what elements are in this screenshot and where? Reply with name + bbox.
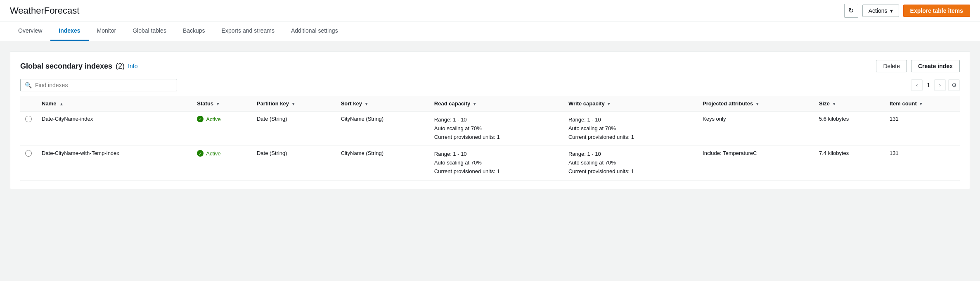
pagination-controls: ‹ 1 › ⚙: [911, 79, 960, 91]
th-projected-attributes[interactable]: Projected attributes ▾: [698, 96, 814, 111]
main-content: Global secondary indexes (2) Info Delete…: [0, 41, 980, 199]
row-1-name: Date-CityName-with-Temp-index: [37, 146, 192, 180]
row-1-read-capacity: Range: 1 - 10Auto scaling at 70%Current …: [429, 146, 563, 180]
read-capacity-line: Auto scaling at 70%: [434, 124, 559, 133]
write-capacity-line: Current provisioned units: 1: [568, 167, 693, 176]
status-text: Active: [206, 116, 220, 122]
row-1-radio-cell: [20, 146, 37, 180]
tab-backups[interactable]: Backups: [175, 21, 213, 41]
row-0-radio[interactable]: [25, 116, 32, 122]
sort-icon-partition: ▾: [292, 102, 294, 106]
search-bar[interactable]: 🔍: [20, 79, 177, 91]
status-text: Active: [206, 150, 220, 157]
read-capacity-line: Auto scaling at 70%: [434, 159, 559, 167]
info-link[interactable]: Info: [128, 63, 137, 69]
read-capacity-line: Range: 1 - 10: [434, 116, 559, 124]
read-capacity-line: Range: 1 - 10: [434, 150, 559, 159]
row-1-size: 7.4 kilobytes: [814, 146, 885, 180]
write-capacity-line: Range: 1 - 10: [568, 150, 693, 159]
row-0-sort-key: CityName (String): [336, 111, 429, 146]
row-0-size: 5.6 kilobytes: [814, 111, 885, 146]
row-0-name: Date-CityName-index: [37, 111, 192, 146]
sort-icon-size: ▾: [833, 102, 835, 106]
page-number: 1: [925, 82, 932, 88]
sort-icon-projected: ▾: [756, 102, 758, 106]
th-read-capacity[interactable]: Read capacity ▾: [429, 96, 563, 111]
write-capacity-line: Auto scaling at 70%: [568, 159, 693, 167]
row-0-partition-key: Date (String): [252, 111, 336, 146]
actions-chevron-icon: ▾: [890, 7, 893, 14]
tab-additional-settings[interactable]: Additional settings: [283, 21, 346, 41]
actions-label: Actions: [869, 7, 888, 14]
read-capacity-line: Current provisioned units: 1: [434, 167, 559, 176]
tab-global-tables[interactable]: Global tables: [124, 21, 175, 41]
explore-table-items-button[interactable]: Explore table items: [903, 5, 970, 17]
search-input[interactable]: [35, 82, 173, 88]
gsi-panel: Global secondary indexes (2) Info Delete…: [10, 51, 970, 189]
create-index-button[interactable]: Create index: [911, 60, 960, 72]
sort-icon-itemcount: ▾: [920, 102, 922, 106]
panel-actions: Delete Create index: [876, 60, 960, 72]
page-title: WeatherForecast: [10, 5, 79, 16]
write-capacity-line: Range: 1 - 10: [568, 116, 693, 124]
refresh-button[interactable]: ↻: [844, 4, 858, 18]
status-active-icon: ✓: [197, 116, 204, 122]
tab-bar: Overview Indexes Monitor Global tables B…: [0, 21, 980, 41]
table-row: Date-CityName-with-Temp-index✓ActiveDate…: [20, 146, 960, 180]
th-sort-key[interactable]: Sort key ▾: [336, 96, 429, 111]
row-1-write-capacity: Range: 1 - 10Auto scaling at 70%Current …: [563, 146, 698, 180]
sort-icon-status: ▾: [217, 102, 219, 106]
sort-icon-name: ▲: [59, 102, 64, 106]
tab-exports-streams[interactable]: Exports and streams: [213, 21, 283, 41]
table-settings-button[interactable]: ⚙: [948, 79, 960, 91]
th-status[interactable]: Status ▾: [192, 96, 252, 111]
row-1-projected-attributes: Include: TemperatureC: [698, 146, 814, 180]
th-name[interactable]: Name ▲: [37, 96, 192, 111]
th-item-count[interactable]: Item count ▾: [885, 96, 960, 111]
row-0-status: ✓Active: [192, 111, 252, 146]
status-active-icon: ✓: [197, 150, 204, 157]
prev-page-button[interactable]: ‹: [911, 79, 923, 91]
row-1-item-count: 131: [885, 146, 960, 180]
write-capacity-line: Auto scaling at 70%: [568, 124, 693, 133]
row-1-status: ✓Active: [192, 146, 252, 180]
table-toolbar: 🔍 ‹ 1 › ⚙: [20, 79, 960, 91]
write-capacity-line: Current provisioned units: 1: [568, 133, 693, 142]
actions-button[interactable]: Actions ▾: [862, 5, 899, 17]
th-select: [20, 96, 37, 111]
row-0-item-count: 131: [885, 111, 960, 146]
delete-button[interactable]: Delete: [876, 60, 907, 72]
sort-icon-read: ▾: [473, 102, 476, 106]
sort-icon-sortkey: ▾: [365, 102, 367, 106]
read-capacity-line: Current provisioned units: 1: [434, 133, 559, 142]
table-row: Date-CityName-index✓ActiveDate (String)C…: [20, 111, 960, 146]
sort-icon-write: ▾: [608, 102, 610, 106]
panel-title-count: (2): [116, 62, 125, 71]
row-0-projected-attributes: Keys only: [698, 111, 814, 146]
row-1-partition-key: Date (String): [252, 146, 336, 180]
row-0-read-capacity: Range: 1 - 10Auto scaling at 70%Current …: [429, 111, 563, 146]
search-icon: 🔍: [25, 82, 32, 88]
row-1-radio[interactable]: [25, 150, 32, 157]
indexes-table: Name ▲ Status ▾ Partition key ▾ Sort key…: [20, 96, 960, 181]
top-bar-actions: ↻ Actions ▾ Explore table items: [844, 4, 970, 18]
row-0-radio-cell: [20, 111, 37, 146]
top-bar: WeatherForecast ↻ Actions ▾ Explore tabl…: [0, 0, 980, 21]
row-0-write-capacity: Range: 1 - 10Auto scaling at 70%Current …: [563, 111, 698, 146]
row-1-sort-key: CityName (String): [336, 146, 429, 180]
th-write-capacity[interactable]: Write capacity ▾: [563, 96, 698, 111]
panel-title-text: Global secondary indexes: [20, 62, 112, 71]
tab-monitor[interactable]: Monitor: [89, 21, 125, 41]
th-size[interactable]: Size ▾: [814, 96, 885, 111]
tab-overview[interactable]: Overview: [10, 21, 50, 41]
panel-title-group: Global secondary indexes (2) Info: [20, 62, 137, 71]
next-page-button[interactable]: ›: [934, 79, 946, 91]
table-header-row: Name ▲ Status ▾ Partition key ▾ Sort key…: [20, 96, 960, 111]
th-partition-key[interactable]: Partition key ▾: [252, 96, 336, 111]
tab-indexes[interactable]: Indexes: [50, 21, 88, 41]
panel-header: Global secondary indexes (2) Info Delete…: [20, 60, 960, 72]
